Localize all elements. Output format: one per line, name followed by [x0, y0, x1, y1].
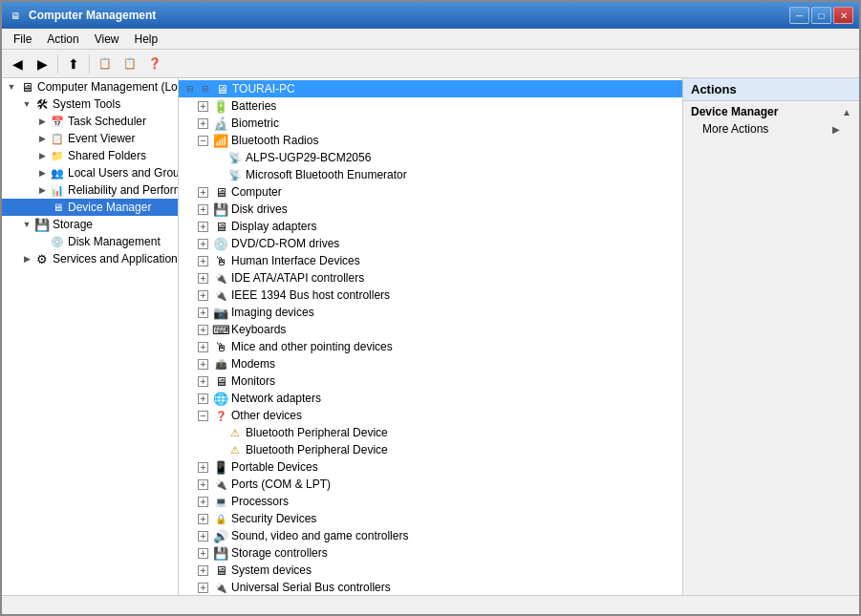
root-expand2: ⊟ — [198, 81, 213, 96]
storage-ctrl-icon: 💾 — [212, 545, 229, 561]
security-expand: + — [198, 514, 208, 524]
device-ms-bt[interactable]: 📡 Microsoft Bluetooth Enumerator — [179, 166, 682, 183]
ports-icon: 🔌 — [212, 477, 229, 492]
device-display-adapters[interactable]: + 🖥 Display adapters — [179, 218, 682, 235]
bluetooth-icon: 📶 — [212, 133, 229, 148]
device-batteries[interactable]: + 🔋 Batteries — [179, 97, 682, 115]
device-bluetooth[interactable]: − 📶 Bluetooth Radios — [179, 132, 682, 149]
sidebar-item-disk-management[interactable]: 💿 Disk Management — [2, 233, 178, 250]
network-expand: + — [198, 393, 208, 404]
portable-icon: 📱 — [212, 459, 229, 475]
menu-help[interactable]: Help — [127, 31, 166, 48]
device-computer[interactable]: + 🖥 Computer — [179, 183, 682, 201]
disk-mgmt-label: Disk Management — [68, 235, 161, 248]
action-group-device-manager[interactable]: Device Manager ▲ — [683, 101, 859, 120]
action-more-actions[interactable]: More Actions ▶ — [683, 120, 859, 138]
root-device-label: TOURAI-PC — [232, 82, 295, 96]
forward-button[interactable]: ▶ — [31, 53, 54, 75]
menu-file[interactable]: File — [6, 31, 39, 48]
storage-ctrl-expand: + — [198, 548, 208, 559]
device-ide[interactable]: + 🔌 IDE ATA/ATAPI controllers — [179, 269, 682, 287]
device-ieee[interactable]: + 🔌 IEEE 1394 Bus host controllers — [179, 287, 682, 304]
device-security[interactable]: + 🔒 Security Devices — [179, 510, 682, 527]
ieee-expand: + — [198, 290, 208, 301]
device-portable[interactable]: + 📱 Portable Devices — [179, 458, 682, 476]
minimize-button[interactable]: ─ — [789, 7, 809, 24]
sidebar-item-shared-folders[interactable]: ▶ 📁 Shared Folders — [2, 147, 178, 164]
maximize-button[interactable]: □ — [811, 7, 831, 24]
dvd-expand: + — [198, 239, 208, 249]
close-button[interactable]: ✕ — [833, 7, 853, 24]
sidebar-item-event-viewer[interactable]: ▶ 📋 Event Viewer — [2, 130, 178, 147]
display-icon: 🖥 — [212, 219, 229, 234]
batteries-expand: + — [198, 101, 208, 112]
event-viewer-expand: ▶ — [34, 131, 50, 146]
title-bar: 🖥 Computer Management ─ □ ✕ — [2, 2, 859, 29]
sidebar-item-local-users[interactable]: ▶ 👥 Local Users and Groups — [2, 164, 178, 181]
root-expand-icon: ▼ — [4, 79, 19, 95]
network-icon: 🌐 — [212, 391, 229, 406]
device-alps[interactable]: 📡 ALPS-UGP29-BCM2056 — [179, 149, 682, 166]
imaging-icon: 📷 — [212, 305, 229, 320]
menu-action[interactable]: Action — [39, 31, 86, 48]
sidebar-item-services[interactable]: ▶ ⚙ Services and Applications — [2, 250, 178, 267]
back-button[interactable]: ◀ — [6, 53, 29, 75]
root-expand: ⊟ — [183, 81, 198, 96]
device-disk-drives[interactable]: + 💾 Disk drives — [179, 201, 682, 218]
device-network[interactable]: + 🌐 Network adapters — [179, 390, 682, 407]
system-tools-expand: ▼ — [19, 96, 34, 112]
device-ports[interactable]: + 🔌 Ports (COM & LPT) — [179, 476, 682, 493]
up-button[interactable]: ⬆ — [62, 53, 85, 75]
action-group-arrow: ▲ — [842, 107, 851, 117]
device-processors[interactable]: + 💻 Processors — [179, 493, 682, 510]
bt-periph-1-icon: ⚠ — [226, 425, 244, 440]
device-hid[interactable]: + 🖱 Human Interface Devices — [179, 252, 682, 269]
services-label: Services and Applications — [53, 252, 179, 266]
device-storage-ctrl[interactable]: + 💾 Storage controllers — [179, 544, 682, 562]
device-imaging[interactable]: + 📷 Imaging devices — [179, 304, 682, 321]
more-actions-label: More Actions — [702, 122, 768, 136]
disk-drives-expand: + — [198, 204, 208, 215]
toolbar: ◀ ▶ ⬆ 📋 📋 ❓ — [2, 50, 859, 78]
device-system[interactable]: + 🖥 System devices — [179, 562, 682, 579]
sidebar-item-device-manager[interactable]: 🖥 Device Manager — [2, 199, 178, 216]
device-sound[interactable]: + 🔊 Sound, video and game controllers — [179, 527, 682, 544]
properties-button[interactable]: 📋 — [118, 53, 141, 75]
device-usb[interactable]: + 🔌 Universal Serial Bus controllers — [179, 579, 682, 595]
ports-expand: + — [198, 479, 208, 490]
tree-root[interactable]: ▼ 🖥 Computer Management (Local — [2, 78, 178, 96]
sidebar-item-task-scheduler[interactable]: ▶ 📅 Task Scheduler — [2, 113, 178, 130]
main-window: 🖥 Computer Management ─ □ ✕ File Action … — [0, 0, 861, 616]
show-hide-button[interactable]: 📋 — [94, 53, 117, 75]
system-tools-label: System Tools — [53, 97, 120, 111]
center-pane: ⊟ ⊟ 🖥 TOURAI-PC + 🔋 Batteries + 🔬 Biomet… — [179, 78, 682, 595]
device-modems[interactable]: + 📠 Modems — [179, 355, 682, 372]
system-tools-icon: 🛠 — [34, 96, 50, 112]
menu-view[interactable]: View — [87, 31, 127, 48]
device-other[interactable]: − ❓ Other devices — [179, 407, 682, 424]
sidebar-item-reliability[interactable]: ▶ 📊 Reliability and Performa — [2, 181, 178, 199]
device-bt-periph-1[interactable]: ⚠ Bluetooth Peripheral Device — [179, 424, 682, 441]
task-sched-expand: ▶ — [34, 114, 50, 129]
task-sched-icon: 📅 — [50, 114, 65, 129]
device-dvd[interactable]: + 💿 DVD/CD-ROM drives — [179, 235, 682, 252]
help-button[interactable]: ❓ — [143, 53, 166, 75]
sidebar-item-storage[interactable]: ▼ 💾 Storage — [2, 216, 178, 233]
security-icon: 🔒 — [212, 511, 229, 526]
toolbar-separator-1 — [57, 54, 58, 74]
device-root[interactable]: ⊟ ⊟ 🖥 TOURAI-PC — [179, 80, 682, 97]
keyboards-expand: + — [198, 325, 208, 335]
device-biometric[interactable]: + 🔬 Biometric — [179, 115, 682, 132]
other-icon: ❓ — [212, 408, 229, 423]
device-bt-periph-2[interactable]: ⚠ Bluetooth Peripheral Device — [179, 441, 682, 458]
sound-icon: 🔊 — [212, 528, 229, 543]
device-mgr-label: Device Manager — [68, 201, 151, 214]
ide-expand: + — [198, 273, 208, 284]
device-keyboards[interactable]: + ⌨ Keyboards — [179, 321, 682, 338]
device-monitors[interactable]: + 🖥 Monitors — [179, 372, 682, 390]
bluetooth-expand: − — [198, 136, 208, 146]
sidebar-item-system-tools[interactable]: ▼ 🛠 System Tools — [2, 96, 178, 113]
mice-expand: + — [198, 342, 208, 352]
device-mice[interactable]: + 🖱 Mice and other pointing devices — [179, 338, 682, 355]
display-expand: + — [198, 222, 208, 232]
